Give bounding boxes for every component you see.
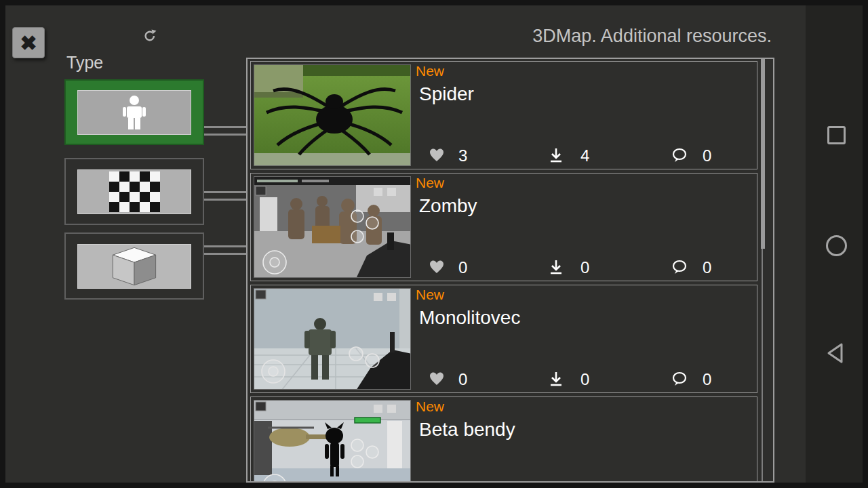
type-button-models[interactable] [64,232,204,300]
android-nav-bar [806,5,863,483]
beta-bendy-thumbnail-image [254,401,411,483]
connector-line [204,191,246,193]
likes-icon [429,371,445,387]
resource-card-spider[interactable]: New Spider 3 4 0 [250,61,757,169]
likes-icon [429,147,445,163]
downloads-count: 4 [580,146,589,165]
screen: ✖ 3DMap. Additional resources. Type [0,0,868,488]
zomby-thumbnail-image [254,177,411,278]
likes-icon [429,259,445,275]
resource-thumbnail[interactable] [254,64,411,166]
downloads-count: 0 [580,370,589,389]
downloads-count: 0 [580,258,589,277]
comments-icon [671,371,688,387]
app-window: ✖ 3DMap. Additional resources. Type [5,5,806,483]
comments-icon [671,147,688,163]
recents-button[interactable] [827,126,846,144]
type-thumb-textures [77,169,191,214]
checkerboard-icon [109,171,160,212]
new-badge: New [416,399,444,415]
person-icon [114,94,155,131]
close-button[interactable]: ✖ [12,27,45,58]
type-button-textures[interactable] [64,158,204,225]
resource-title: Zomby [419,195,477,217]
resource-thumbnail[interactable] [254,288,411,390]
refresh-icon[interactable] [142,28,157,43]
resource-thumbnail[interactable] [254,176,411,278]
resource-card-beta-bendy[interactable]: New Beta bendy [250,396,757,483]
cube-icon [78,244,191,289]
home-button[interactable] [826,235,847,256]
downloads-icon [548,371,564,387]
resource-card-monolitovec[interactable]: New Monolitovec 0 0 0 [250,285,757,393]
resource-title: Spider [419,83,474,105]
resource-thumbnail[interactable] [254,400,411,483]
connector-line [204,199,246,201]
downloads-icon [548,259,564,275]
new-badge: New [416,63,444,79]
connector-line [204,245,246,247]
comments-icon [671,259,688,275]
new-badge: New [416,287,444,303]
resource-card-zomby[interactable]: New Zomby 0 0 0 [250,173,757,281]
page-title: 3DMap. Additional resources. [532,26,772,47]
type-thumb-characters [77,90,191,135]
resource-title: Beta bendy [419,419,515,441]
type-button-characters[interactable] [64,79,204,145]
type-filter-label: Type [66,53,103,73]
likes-count: 3 [458,146,467,165]
downloads-icon [548,147,564,163]
likes-count: 0 [458,258,467,277]
connector-line [204,134,246,136]
monolitovec-thumbnail-image [254,289,411,390]
scrollbar-thumb[interactable] [761,59,765,249]
connector-line [204,126,246,128]
comments-count: 0 [703,146,711,165]
spider-thumbnail-image [254,65,411,166]
close-icon: ✖ [20,31,37,55]
likes-count: 0 [458,370,467,389]
comments-count: 0 [703,370,711,389]
connector-line [204,253,246,255]
resource-list-panel: New Spider 3 4 0 [246,58,774,483]
comments-count: 0 [703,258,711,277]
back-triangle-icon [825,342,847,365]
resource-title: Monolitovec [419,307,520,329]
type-thumb-models [77,244,191,289]
back-button[interactable] [825,342,847,365]
new-badge: New [416,175,444,191]
